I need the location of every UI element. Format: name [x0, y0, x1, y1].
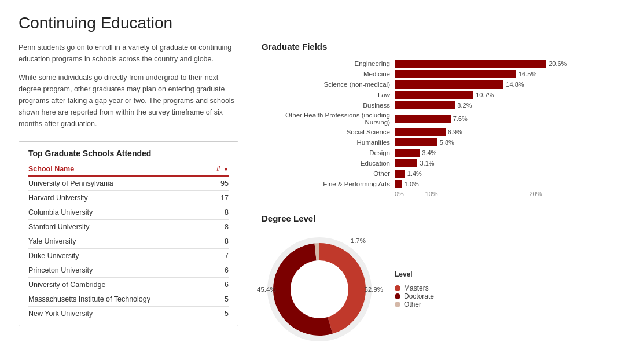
- school-name: New York University: [28, 307, 210, 321]
- bar-row: Fine & Performing Arts 1.0%: [262, 180, 606, 188]
- bar-row: Law 10.7%: [262, 91, 606, 99]
- donut-chart-section: Degree Level 45.4% 1.7% 52.9% Level Mast…: [262, 214, 606, 347]
- bar-container: 14.8%: [395, 80, 606, 89]
- school-count: 5: [210, 307, 229, 321]
- bar-label: Education: [262, 160, 395, 167]
- table-row: Yale University8: [28, 234, 229, 249]
- bar-container: 20.6%: [395, 60, 606, 68]
- table-row: Harvard University17: [28, 191, 229, 205]
- bar-row: Humanities 5.8%: [262, 138, 606, 146]
- bar-row: Social Science 6.9%: [262, 128, 606, 136]
- school-count: 8: [210, 234, 229, 249]
- legend-label: Other: [404, 300, 421, 308]
- bar-fill: [395, 70, 516, 78]
- table-row: New York University5: [28, 307, 229, 321]
- table-row: Duke University7: [28, 249, 229, 263]
- bar-fill: [395, 115, 451, 123]
- bar-label: Humanities: [262, 139, 395, 146]
- bar-label: Other Health Professions (including Nurs…: [262, 112, 395, 126]
- description-para1: Penn students go on to enroll in a varie…: [19, 42, 238, 65]
- schools-table-box: Top Graduate Schools Attended School Nam…: [19, 141, 238, 326]
- school-count: 8: [210, 205, 229, 220]
- bar-label: Social Science: [262, 128, 395, 135]
- school-name: Harvard University: [28, 191, 210, 205]
- legend-label: Masters: [404, 284, 429, 292]
- bar-row: Other Health Professions (including Nurs…: [262, 112, 606, 126]
- bar-chart-title: Graduate Fields: [262, 42, 606, 52]
- donut-label-masters: 45.4%: [257, 286, 276, 293]
- bar-container: 8.2%: [395, 101, 606, 109]
- bar-container: 6.9%: [395, 128, 606, 136]
- bar-label: Fine & Performing Arts: [262, 181, 395, 187]
- bar-fill: [395, 180, 402, 188]
- table-row: University of Cambridge6: [28, 278, 229, 292]
- bar-row: Business 8.2%: [262, 101, 606, 109]
- bar-label: Law: [262, 91, 395, 98]
- axis-label: 20%: [468, 190, 542, 197]
- legend-dot: [395, 302, 400, 307]
- bar-container: 3.4%: [395, 149, 606, 157]
- school-count: 8: [210, 220, 229, 234]
- legend-dot: [395, 293, 400, 299]
- bar-axis: 0%10%20%: [395, 190, 606, 197]
- school-name: Princeton University: [28, 263, 210, 278]
- legend-item: Masters: [395, 284, 434, 292]
- bar-value: 3.1%: [420, 160, 434, 167]
- bar-value: 3.4%: [422, 149, 436, 156]
- bar-value: 20.6%: [549, 60, 567, 67]
- table-row: Columbia University8: [28, 205, 229, 220]
- bar-row: Other 1.4%: [262, 170, 606, 178]
- bar-value: 1.0%: [405, 181, 419, 187]
- bar-row: Medicine 16.5%: [262, 70, 606, 78]
- school-count: 6: [210, 278, 229, 292]
- table-row: Princeton University6: [28, 263, 229, 278]
- bar-label: Science (non-medical): [262, 81, 395, 88]
- donut-wrapper: 45.4% 1.7% 52.9%: [262, 231, 377, 347]
- school-name: Duke University: [28, 249, 210, 263]
- donut-label-doctorate: 52.9%: [364, 286, 383, 293]
- bar-chart-section: Graduate Fields Engineering 20.6% Medici…: [262, 42, 606, 197]
- bar-fill: [395, 80, 503, 89]
- school-name: Yale University: [28, 234, 210, 249]
- bar-value: 10.7%: [476, 91, 494, 98]
- school-count: 5: [210, 292, 229, 307]
- bar-value: 14.8%: [506, 81, 524, 88]
- school-count: 17: [210, 191, 229, 205]
- bar-fill: [395, 60, 546, 68]
- bar-value: 8.2%: [457, 102, 472, 109]
- left-panel: Penn students go on to enroll in a varie…: [19, 42, 238, 363]
- legend-title: Level: [395, 270, 434, 278]
- bar-row: Education 3.1%: [262, 159, 606, 167]
- description: Penn students go on to enroll in a varie…: [19, 42, 238, 130]
- page-title: Continuing Education: [19, 14, 606, 32]
- bar-label: Design: [262, 149, 395, 156]
- donut-legend: Level MastersDoctorateOther: [395, 270, 434, 308]
- bar-value: 1.4%: [407, 170, 422, 177]
- axis-label: 10%: [395, 190, 468, 197]
- legend-item: Doctorate: [395, 292, 434, 300]
- bar-fill: [395, 138, 438, 146]
- school-count: 6: [210, 263, 229, 278]
- bar-fill: [395, 101, 455, 109]
- description-para2: While some individuals go directly from …: [19, 72, 238, 130]
- bar-fill: [395, 91, 473, 99]
- school-name: University of Cambridge: [28, 278, 210, 292]
- bar-label: Medicine: [262, 71, 395, 78]
- school-name: Stanford University: [28, 220, 210, 234]
- col-school-name: School Name: [28, 163, 210, 176]
- legend-item: Other: [395, 300, 434, 308]
- bar-container: 3.1%: [395, 159, 606, 167]
- school-count: 7: [210, 249, 229, 263]
- table-row: Massachusetts Institute of Technology5: [28, 292, 229, 307]
- bar-container: 1.0%: [395, 180, 606, 188]
- bar-value: 5.8%: [440, 139, 454, 146]
- bar-row: Design 3.4%: [262, 149, 606, 157]
- bar-container: 16.5%: [395, 70, 606, 78]
- legend-dot: [395, 285, 400, 291]
- donut-label-other: 1.7%: [351, 237, 366, 244]
- table-row: University of Pennsylvania95: [28, 176, 229, 191]
- school-name: Columbia University: [28, 205, 210, 220]
- bar-label: Other: [262, 170, 395, 177]
- bar-value: 16.5%: [519, 71, 536, 78]
- bar-container: 7.6%: [395, 115, 606, 123]
